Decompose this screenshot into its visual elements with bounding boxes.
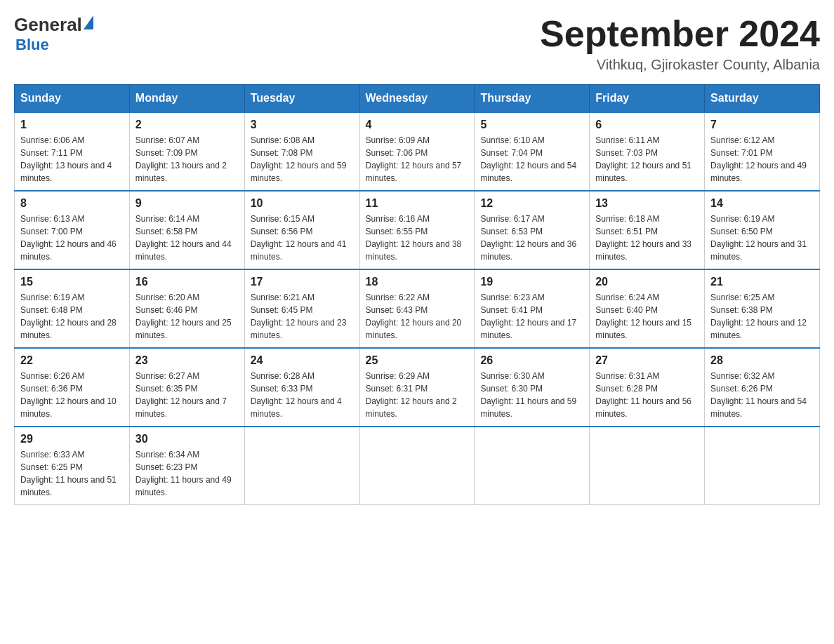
col-sunday: Sunday [15, 85, 130, 113]
day-number: 1 [20, 119, 124, 131]
day-info: Sunrise: 6:33 AM Sunset: 6:25 PM Dayligh… [20, 448, 124, 499]
day-info: Sunrise: 6:17 AM Sunset: 6:53 PM Dayligh… [480, 213, 583, 263]
day-number: 5 [480, 119, 583, 131]
logo-blue-text: Blue [15, 36, 93, 54]
calendar-cell: 30 Sunrise: 6:34 AM Sunset: 6:23 PM Dayl… [129, 427, 244, 505]
logo-triangle-icon [84, 15, 93, 29]
day-info: Sunrise: 6:21 AM Sunset: 6:45 PM Dayligh… [251, 291, 354, 342]
day-number: 26 [480, 354, 583, 367]
day-info: Sunrise: 6:06 AM Sunset: 7:11 PM Dayligh… [20, 134, 124, 185]
day-number: 29 [20, 433, 124, 445]
day-info: Sunrise: 6:10 AM Sunset: 7:04 PM Dayligh… [480, 134, 583, 185]
col-friday: Friday [590, 85, 705, 113]
calendar-week-row: 8 Sunrise: 6:13 AM Sunset: 7:00 PM Dayli… [15, 191, 820, 269]
day-number: 2 [135, 119, 239, 131]
col-monday: Monday [129, 85, 244, 113]
day-info: Sunrise: 6:13 AM Sunset: 7:00 PM Dayligh… [20, 213, 124, 263]
calendar-cell: 23 Sunrise: 6:27 AM Sunset: 6:35 PM Dayl… [129, 348, 244, 427]
day-info: Sunrise: 6:34 AM Sunset: 6:23 PM Dayligh… [135, 448, 239, 499]
day-info: Sunrise: 6:26 AM Sunset: 6:36 PM Dayligh… [20, 370, 124, 420]
calendar-cell: 24 Sunrise: 6:28 AM Sunset: 6:33 PM Dayl… [244, 348, 359, 427]
col-wednesday: Wednesday [359, 85, 475, 113]
day-info: Sunrise: 6:15 AM Sunset: 6:56 PM Dayligh… [251, 213, 354, 263]
day-number: 8 [20, 197, 124, 210]
day-info: Sunrise: 6:20 AM Sunset: 6:46 PM Dayligh… [135, 291, 239, 342]
page-header: General Blue September 2024 Vithkuq, Gji… [14, 14, 820, 73]
day-number: 16 [135, 276, 239, 288]
calendar-table: Sunday Monday Tuesday Wednesday Thursday… [14, 84, 820, 505]
title-section: September 2024 Vithkuq, Gjirokaster Coun… [540, 14, 820, 73]
day-info: Sunrise: 6:25 AM Sunset: 6:38 PM Dayligh… [710, 291, 814, 342]
calendar-cell: 9 Sunrise: 6:14 AM Sunset: 6:58 PM Dayli… [129, 191, 244, 269]
day-number: 17 [251, 276, 354, 288]
day-number: 4 [366, 119, 469, 131]
calendar-cell: 22 Sunrise: 6:26 AM Sunset: 6:36 PM Dayl… [15, 348, 130, 427]
calendar-week-row: 22 Sunrise: 6:26 AM Sunset: 6:36 PM Dayl… [15, 348, 820, 427]
day-info: Sunrise: 6:27 AM Sunset: 6:35 PM Dayligh… [135, 370, 239, 420]
calendar-cell: 29 Sunrise: 6:33 AM Sunset: 6:25 PM Dayl… [15, 427, 130, 505]
calendar-week-row: 29 Sunrise: 6:33 AM Sunset: 6:25 PM Dayl… [15, 427, 820, 505]
calendar-cell: 25 Sunrise: 6:29 AM Sunset: 6:31 PM Dayl… [359, 348, 475, 427]
logo-general-text: General [14, 14, 82, 36]
day-number: 15 [20, 276, 124, 288]
day-info: Sunrise: 6:28 AM Sunset: 6:33 PM Dayligh… [251, 370, 354, 420]
calendar-cell: 13 Sunrise: 6:18 AM Sunset: 6:51 PM Dayl… [590, 191, 705, 269]
day-number: 6 [595, 119, 699, 131]
logo: General Blue [14, 14, 93, 54]
day-info: Sunrise: 6:19 AM Sunset: 6:50 PM Dayligh… [710, 213, 814, 263]
calendar-cell: 7 Sunrise: 6:12 AM Sunset: 7:01 PM Dayli… [705, 112, 820, 191]
calendar-cell: 28 Sunrise: 6:32 AM Sunset: 6:26 PM Dayl… [705, 348, 820, 427]
day-number: 3 [251, 119, 354, 131]
day-info: Sunrise: 6:18 AM Sunset: 6:51 PM Dayligh… [595, 213, 699, 263]
col-saturday: Saturday [705, 85, 820, 113]
calendar-cell [475, 427, 590, 505]
calendar-cell: 2 Sunrise: 6:07 AM Sunset: 7:09 PM Dayli… [129, 112, 244, 191]
col-thursday: Thursday [475, 85, 590, 113]
calendar-cell: 14 Sunrise: 6:19 AM Sunset: 6:50 PM Dayl… [705, 191, 820, 269]
calendar-cell: 8 Sunrise: 6:13 AM Sunset: 7:00 PM Dayli… [15, 191, 130, 269]
calendar-cell: 20 Sunrise: 6:24 AM Sunset: 6:40 PM Dayl… [590, 269, 705, 348]
calendar-cell: 4 Sunrise: 6:09 AM Sunset: 7:06 PM Dayli… [359, 112, 475, 191]
calendar-cell: 16 Sunrise: 6:20 AM Sunset: 6:46 PM Dayl… [129, 269, 244, 348]
location-title: Vithkuq, Gjirokaster County, Albania [540, 57, 820, 73]
calendar-cell: 17 Sunrise: 6:21 AM Sunset: 6:45 PM Dayl… [244, 269, 359, 348]
day-info: Sunrise: 6:08 AM Sunset: 7:08 PM Dayligh… [251, 134, 354, 185]
day-number: 19 [480, 276, 583, 288]
day-number: 27 [595, 354, 699, 367]
calendar-cell: 6 Sunrise: 6:11 AM Sunset: 7:03 PM Dayli… [590, 112, 705, 191]
calendar-cell [590, 427, 705, 505]
day-info: Sunrise: 6:32 AM Sunset: 6:26 PM Dayligh… [710, 370, 814, 420]
day-info: Sunrise: 6:09 AM Sunset: 7:06 PM Dayligh… [366, 134, 469, 185]
calendar-cell [244, 427, 359, 505]
calendar-cell: 5 Sunrise: 6:10 AM Sunset: 7:04 PM Dayli… [475, 112, 590, 191]
day-number: 7 [710, 119, 814, 131]
calendar-week-row: 1 Sunrise: 6:06 AM Sunset: 7:11 PM Dayli… [15, 112, 820, 191]
calendar-cell: 19 Sunrise: 6:23 AM Sunset: 6:41 PM Dayl… [475, 269, 590, 348]
day-number: 25 [366, 354, 469, 367]
day-number: 10 [251, 197, 354, 210]
calendar-cell: 12 Sunrise: 6:17 AM Sunset: 6:53 PM Dayl… [475, 191, 590, 269]
day-info: Sunrise: 6:19 AM Sunset: 6:48 PM Dayligh… [20, 291, 124, 342]
calendar-cell: 21 Sunrise: 6:25 AM Sunset: 6:38 PM Dayl… [705, 269, 820, 348]
day-number: 11 [366, 197, 469, 210]
day-number: 9 [135, 197, 239, 210]
calendar-cell: 3 Sunrise: 6:08 AM Sunset: 7:08 PM Dayli… [244, 112, 359, 191]
day-number: 13 [595, 197, 699, 210]
calendar-cell: 10 Sunrise: 6:15 AM Sunset: 6:56 PM Dayl… [244, 191, 359, 269]
day-number: 12 [480, 197, 583, 210]
col-tuesday: Tuesday [244, 85, 359, 113]
day-number: 24 [251, 354, 354, 367]
day-info: Sunrise: 6:11 AM Sunset: 7:03 PM Dayligh… [595, 134, 699, 185]
calendar-cell: 15 Sunrise: 6:19 AM Sunset: 6:48 PM Dayl… [15, 269, 130, 348]
month-title: September 2024 [540, 14, 820, 54]
day-number: 21 [710, 276, 814, 288]
day-number: 14 [710, 197, 814, 210]
calendar-cell: 27 Sunrise: 6:31 AM Sunset: 6:28 PM Dayl… [590, 348, 705, 427]
calendar-cell: 1 Sunrise: 6:06 AM Sunset: 7:11 PM Dayli… [15, 112, 130, 191]
day-info: Sunrise: 6:30 AM Sunset: 6:30 PM Dayligh… [480, 370, 583, 420]
calendar-cell [705, 427, 820, 505]
day-number: 28 [710, 354, 814, 367]
day-info: Sunrise: 6:23 AM Sunset: 6:41 PM Dayligh… [480, 291, 583, 342]
day-info: Sunrise: 6:22 AM Sunset: 6:43 PM Dayligh… [366, 291, 469, 342]
day-number: 22 [20, 354, 124, 367]
